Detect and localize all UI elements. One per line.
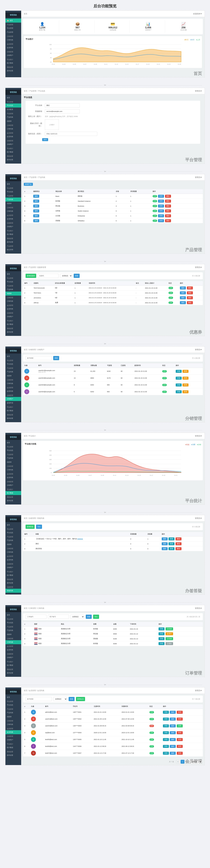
sidebar-platinfo-st[interactable]: 平台信息 xyxy=(5,448,21,453)
coupon-status-select[interactable]: 全部状态 正常 禁用 xyxy=(60,274,72,278)
sidebar-home-pr[interactable]: 首页 xyxy=(5,182,21,186)
sidebar-coupon-st[interactable]: 优惠券 xyxy=(5,460,21,464)
sidebar-members-st[interactable]: 会员列表 xyxy=(5,475,21,479)
sidebar-platinfo-ch[interactable]: 平台信息 xyxy=(5,531,21,535)
sidebar-coupon-ch[interactable]: 优惠券 xyxy=(5,542,21,547)
edit-qa-btn-2[interactable]: 编辑 xyxy=(162,542,168,545)
sidebar-members-me[interactable]: 会员列表 xyxy=(5,730,21,734)
edit-member-btn-5[interactable]: 编辑 xyxy=(170,738,176,741)
sidebar-item-orderlist-p[interactable]: 订单列表 xyxy=(5,127,21,131)
delete-qa-btn-1[interactable]: 删除 xyxy=(176,537,181,540)
view-distrib-btn-2[interactable]: 详情 xyxy=(176,377,182,380)
delete-coupon-btn-2[interactable]: 删除 xyxy=(187,291,193,294)
view-qa-btn-1[interactable]: 查看 xyxy=(169,537,174,540)
view-member-btn-7[interactable]: 详情 xyxy=(163,752,169,755)
sidebar-settings-or[interactable]: 基本设置 xyxy=(5,671,21,675)
edit-member-btn-3[interactable]: 编辑 xyxy=(170,724,176,727)
sidebar-prodlist-co[interactable]: 产品列表 xyxy=(5,287,21,291)
sidebar-item-product[interactable]: 产品管理 xyxy=(5,30,21,34)
disable-member-btn-7[interactable]: 禁用 xyxy=(177,752,183,755)
sidebar-prodlist-ch[interactable]: 产品列表 xyxy=(5,538,21,542)
manage-product-btn-3[interactable]: 管理 xyxy=(158,210,164,212)
edit-member-btn-7[interactable]: 编辑 xyxy=(170,752,176,755)
refund-order-btn-4[interactable]: 已退款 xyxy=(166,642,173,645)
order-user-input[interactable] xyxy=(48,615,69,619)
delete-qa-btn-3[interactable]: 删除 xyxy=(176,547,181,550)
sidebar-orderlist-ch[interactable]: 订单列表 xyxy=(5,550,21,554)
sidebar-item-syssettings-p[interactable]: 基本设置 xyxy=(5,158,21,162)
edit-product-btn-1[interactable]: 编辑 xyxy=(33,199,39,203)
edit-product-btn-0[interactable]: 编辑 xyxy=(33,195,39,198)
sidebar-members-di[interactable]: 会员列表 xyxy=(5,389,21,393)
sidebar-coupon-di[interactable]: 优惠券 xyxy=(5,374,21,378)
sidebar-prodlist-di[interactable]: 产品列表 xyxy=(5,370,21,374)
sidebar-members-ch[interactable]: 会员列表 xyxy=(5,558,21,562)
sidebar-orderlist-co[interactable]: 订单列表 xyxy=(5,299,21,303)
member-search-input[interactable] xyxy=(26,697,52,701)
sidebar-stats-me[interactable]: 统计数据 xyxy=(5,746,21,750)
sidebar-item-settings[interactable]: 基本设置 xyxy=(5,69,21,73)
edit-coupon-btn-4[interactable]: 编辑 xyxy=(180,301,186,304)
delete-product-btn-5[interactable]: 删除 xyxy=(165,219,171,222)
sidebar-visa-pr[interactable]: 签证管理 xyxy=(5,248,21,252)
disable-member-btn-4[interactable]: 禁用 xyxy=(177,731,183,734)
done-order-btn-3[interactable]: 已完成 xyxy=(166,637,173,640)
coupon-code-input[interactable] xyxy=(38,274,59,278)
disable-distrib-btn-4[interactable]: 禁用 xyxy=(182,390,188,393)
order-status-select[interactable]: 全部状态 已完成 处理中 已退款 xyxy=(70,615,84,619)
sidebar-home-ch[interactable]: 首页 xyxy=(5,523,21,527)
view-member-btn-1[interactable]: 详情 xyxy=(163,711,169,714)
page-size-select[interactable]: 10条/页 20条/页 50条/页 xyxy=(190,760,202,764)
sidebar-item-home-p[interactable]: 首页 xyxy=(5,96,21,100)
sidebar-platinfo-pr[interactable]: 平台信息 xyxy=(5,190,21,194)
copyright-input[interactable] xyxy=(45,132,97,136)
manage-product-btn-0[interactable]: 管理 xyxy=(158,195,164,198)
save-platform-button[interactable]: 保存 xyxy=(42,138,48,141)
sidebar-settings-co[interactable]: 基本设置 xyxy=(5,330,21,334)
view-distrib-btn-4[interactable]: 详情 xyxy=(176,390,182,393)
disable-member-btn-6[interactable]: 禁用 xyxy=(177,745,183,748)
page-next-btn[interactable]: > xyxy=(185,760,189,764)
sidebar-stats-co[interactable]: 统计数据 xyxy=(5,322,21,327)
process-order-btn-2[interactable]: 处理中 xyxy=(166,632,173,635)
sidebar-stats-di[interactable]: 统计数据 xyxy=(5,409,21,413)
sidebar-prodlist-pr[interactable]: 产品列表 xyxy=(5,197,21,202)
sidebar-platinfo-me[interactable]: 平台信息 xyxy=(5,703,21,707)
sidebar-home-co[interactable]: 首页 xyxy=(5,272,21,276)
page-prev-btn[interactable]: < xyxy=(176,760,180,764)
edit-product-btn-3[interactable]: 编辑 xyxy=(33,210,39,212)
sidebar-platinfo-co[interactable]: 平台信息 xyxy=(5,280,21,284)
manage-product-btn-1[interactable]: 管理 xyxy=(158,199,164,203)
sidebar-home-or[interactable]: 首页 xyxy=(5,613,21,617)
sidebar-orderlist-di[interactable]: 订单列表 xyxy=(5,381,21,385)
delete-product-btn-4[interactable]: 删除 xyxy=(165,214,171,217)
delete-qa-btn-2[interactable]: 删除 xyxy=(176,542,181,545)
sidebar-home-me[interactable]: 首页 xyxy=(5,695,21,700)
disable-member-btn-1[interactable]: 禁用 xyxy=(177,711,183,714)
sidebar-orderlist-or[interactable]: 订单列表 xyxy=(5,640,21,644)
sidebar-orderlist-st[interactable]: 订单列表 xyxy=(5,468,21,472)
delete-product-btn-3[interactable]: 删除 xyxy=(165,210,171,212)
view-member-btn-5[interactable]: 详情 xyxy=(163,738,169,741)
delete-product-btn-1[interactable]: 删除 xyxy=(165,199,171,203)
sidebar-settings-me[interactable]: 基本设置 xyxy=(5,753,21,757)
delete-coupon-btn-4[interactable]: 删除 xyxy=(187,301,193,304)
edit-coupon-btn-3[interactable]: 编辑 xyxy=(180,296,186,299)
sidebar-settings-pr[interactable]: 基本设置 xyxy=(5,240,21,244)
disable-member-btn-5[interactable]: 禁用 xyxy=(177,738,183,741)
enable-member-btn-3[interactable]: 启用 xyxy=(177,724,183,727)
sidebar-members-pr[interactable]: 会员列表 xyxy=(5,217,21,221)
view-qa-btn-3[interactable]: 查看 xyxy=(169,547,174,550)
sidebar-stats-ch[interactable]: 统计数据 xyxy=(5,573,21,577)
sidebar-settings-di[interactable]: 基本设置 xyxy=(5,416,21,421)
sidebar-settings-st[interactable]: 基本设置 xyxy=(5,499,21,503)
view-order-btn-1[interactable]: 详情 xyxy=(159,627,165,630)
edit-coupon-btn-2[interactable]: 编辑 xyxy=(180,291,186,294)
edit-product-btn-5[interactable]: 编辑 xyxy=(33,219,39,222)
sidebar-prodlist-or[interactable]: 产品列表 xyxy=(5,628,21,632)
sidebar-item-members-p[interactable]: 会员列表 xyxy=(5,135,21,139)
edit-qa-btn-1[interactable]: 编辑 xyxy=(162,537,168,540)
sidebar-item-prodlist-p[interactable]: 产品列表 xyxy=(5,115,21,119)
sidebar-distribusers-me[interactable]: 分销用户 xyxy=(5,738,21,742)
delete-product-btn-2[interactable]: 删除 xyxy=(165,205,171,208)
